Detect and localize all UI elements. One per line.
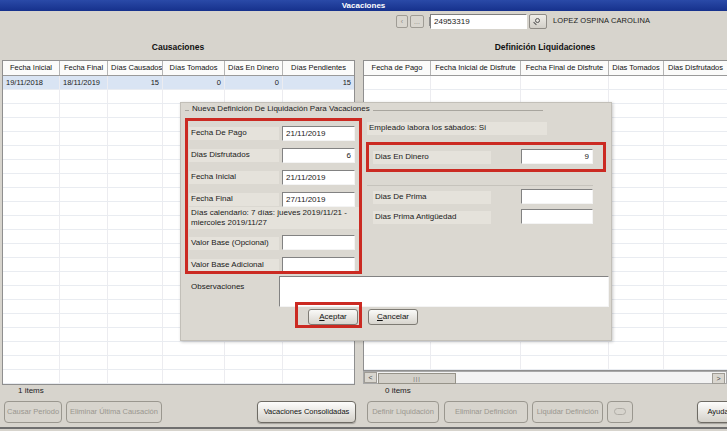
table-cell — [664, 272, 727, 285]
table-cell: Dias Tomados — [609, 61, 664, 75]
eliminar-ultima-causacion-button[interactable]: Eliminar Última Causación — [66, 401, 162, 423]
table-cell — [664, 216, 727, 229]
table-cell: 0 — [163, 76, 225, 89]
cancelar-button[interactable]: Cancelar — [368, 309, 418, 325]
table-cell — [3, 132, 60, 145]
table-cell — [60, 300, 108, 313]
browse-button[interactable]: ... — [410, 15, 424, 28]
table-cell — [3, 146, 60, 159]
dias-en-dinero-input[interactable] — [521, 149, 593, 164]
table-cell — [60, 146, 108, 159]
table-cell — [609, 160, 664, 173]
table-cell — [283, 370, 355, 383]
table-cell — [108, 202, 163, 215]
table-cell — [609, 314, 664, 327]
dias-de-prima-input[interactable] — [521, 189, 593, 204]
dias-disfrutados-input[interactable] — [282, 148, 355, 163]
table-empty-row[interactable] — [3, 342, 355, 356]
table-cell — [664, 342, 727, 355]
table-cell — [3, 342, 60, 355]
table-cell — [60, 356, 108, 369]
dialog-title: Nueva Definición De Liquidación Para Vac… — [189, 104, 373, 113]
scroll-left-arrow-icon[interactable]: < — [364, 372, 377, 383]
table-cell — [664, 314, 727, 327]
empleado-sabados-label: Empleado labora los sábados: Si — [367, 122, 547, 135]
table-empty-row[interactable] — [364, 356, 727, 370]
vacaciones-consolidadas-button[interactable]: Vacaciones Consolidadas — [257, 401, 356, 423]
table-cell — [3, 188, 60, 201]
table-cell — [664, 356, 727, 369]
table-cell: Días Tomados — [163, 61, 225, 75]
table-cell: 15 — [283, 76, 355, 89]
fecha-final-input[interactable] — [282, 192, 355, 207]
scrollbar-thumb[interactable]: ||| — [378, 373, 456, 384]
table-cell — [3, 202, 60, 215]
table-empty-row[interactable] — [3, 370, 355, 384]
table-cell — [3, 160, 60, 173]
liquidaciones-hscrollbar[interactable]: < ||| > — [363, 371, 727, 384]
table-cell — [108, 328, 163, 341]
fecha-de-pago-input[interactable] — [282, 126, 355, 141]
table-cell — [60, 118, 108, 131]
envelope-button[interactable] — [607, 401, 633, 423]
table-empty-row[interactable] — [3, 356, 355, 370]
table-row[interactable]: 19/11/201818/11/2019150015 — [3, 76, 355, 90]
scroll-right-arrow-icon[interactable]: > — [712, 373, 725, 384]
table-cell — [431, 76, 521, 89]
table-cell — [3, 104, 60, 117]
valor-base-input[interactable] — [282, 235, 355, 250]
table-cell — [60, 244, 108, 257]
vacaciones-window: Vacaciones ‹ ... LOPEZ OSPINA CAROLINA C… — [0, 0, 727, 431]
table-cell: Dias Disfrutados — [664, 61, 727, 75]
liquidaciones-title: Definición Liquidaciones — [363, 42, 727, 52]
table-cell — [108, 118, 163, 131]
valor-base-adicional-label: Valor Base Adicional — [189, 259, 279, 272]
table-cell — [60, 202, 108, 215]
table-cell — [108, 216, 163, 229]
table-cell — [60, 216, 108, 229]
employee-id-input[interactable] — [430, 14, 527, 29]
table-empty-row[interactable] — [364, 342, 727, 356]
table-cell — [283, 342, 355, 355]
table-cell — [609, 202, 664, 215]
prima-section-divider — [367, 185, 593, 186]
table-cell — [163, 370, 225, 383]
table-cell — [60, 132, 108, 145]
table-cell — [364, 342, 431, 355]
fecha-inicial-input[interactable] — [282, 170, 355, 185]
table-cell — [108, 258, 163, 271]
table-cell: Días Causados — [108, 61, 163, 75]
nav-back-button[interactable]: ‹ — [396, 15, 408, 28]
causar-periodo-button[interactable]: Causar Periodo — [4, 401, 62, 423]
table-cell — [3, 230, 60, 243]
table-cell — [609, 132, 664, 145]
table-cell — [108, 286, 163, 299]
observaciones-textarea[interactable] — [279, 276, 609, 307]
dias-prima-antiguedad-input[interactable] — [521, 209, 593, 224]
dias-calendario-note: Días calendario: 7 días: jueves 2019/11/… — [189, 207, 361, 229]
table-cell — [60, 160, 108, 173]
table-cell — [664, 286, 727, 299]
aceptar-button[interactable]: Aceptar — [308, 309, 358, 325]
valor-base-adicional-input[interactable] — [282, 257, 355, 272]
table-cell — [3, 300, 60, 313]
table-cell — [664, 146, 727, 159]
search-employee-button[interactable] — [529, 14, 547, 29]
fecha-final-label: Fecha Final — [189, 193, 279, 206]
table-cell — [60, 370, 108, 383]
liquidar-definicion-button[interactable]: Liquidar Definición — [532, 401, 603, 423]
dias-prima-antiguedad-label: Dias Prima Antigüedad — [373, 211, 491, 224]
ayuda-button[interactable]: Ayuda — [697, 401, 727, 423]
table-empty-row[interactable] — [364, 76, 727, 90]
definir-liquidacion-button[interactable]: Definir Liquidación — [367, 401, 439, 423]
window-titlebar[interactable]: Vacaciones — [0, 0, 727, 11]
table-cell — [609, 230, 664, 243]
envelope-icon — [614, 408, 626, 415]
table-cell — [60, 104, 108, 117]
eliminar-definicion-button[interactable]: Eliminar Definición — [444, 401, 528, 423]
table-cell — [108, 342, 163, 355]
table-cell — [609, 174, 664, 187]
table-cell: 0 — [225, 76, 283, 89]
liquidaciones-count: 0 items — [385, 386, 411, 395]
table-cell — [108, 370, 163, 383]
